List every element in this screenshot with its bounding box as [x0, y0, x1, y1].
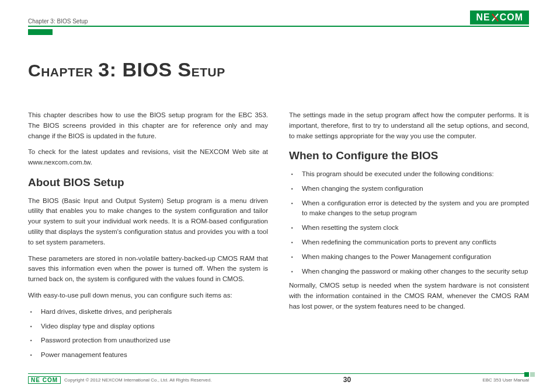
footer: NE COM Copyright © 2012 NEXCOM Internati…: [28, 373, 529, 384]
logo-text-right: COM: [500, 12, 523, 23]
header-chapter-label: Chapter 3: BIOS Setup: [28, 18, 88, 24]
list-item: When redefining the communication ports …: [297, 237, 529, 248]
footer-row: NE COM Copyright © 2012 NEXCOM Internati…: [28, 373, 529, 384]
left-column: This chapter describes how to use the BI…: [28, 110, 268, 365]
right-intro-para: The settings made in the setup program a…: [289, 110, 529, 141]
list-item: When making changes to the Power Managem…: [297, 252, 529, 262]
intro-para-2: To check for the latest updates and revi…: [28, 147, 268, 168]
list-item: Hard drives, diskette drives, and periph…: [36, 307, 268, 317]
logo-x-icon: [491, 13, 499, 22]
logo-text-left: NE: [476, 12, 490, 23]
when-closing-para: Normally, CMOS setup is needed when the …: [289, 281, 529, 312]
footer-page-number: 30: [343, 376, 351, 384]
page: Chapter 3: BIOS Setup NE COM Chapter 3: …: [0, 0, 557, 392]
list-item: This program should be executed under th…: [297, 169, 529, 180]
chapter-title: Chapter 3: BIOS Setup: [28, 58, 529, 81]
about-para-3: With easy-to-use pull down menus, you ca…: [28, 290, 268, 301]
footer-copyright: Copyright © 2012 NEXCOM International Co…: [64, 377, 212, 383]
list-item: When changing the system configuration: [297, 184, 529, 194]
footer-logo: NE COM: [28, 376, 61, 384]
footer-manual-name: EBC 353 User Manual: [482, 377, 529, 383]
page-end-marker-icon: [530, 372, 535, 377]
header: Chapter 3: BIOS Setup NE COM: [28, 10, 529, 27]
about-para-1: The BIOS (Basic Input and Output System)…: [28, 196, 268, 248]
content-columns: This chapter describes how to use the BI…: [28, 110, 529, 365]
list-item: When a configuration error is detected b…: [297, 198, 529, 219]
heading-when-configure: When to Configure the BIOS: [289, 147, 529, 164]
right-column: The settings made in the setup program a…: [289, 110, 529, 365]
list-item: When changing the password or making oth…: [297, 267, 529, 277]
list-item: Password protection from unauthorized us…: [36, 335, 268, 346]
intro-para-1: This chapter describes how to use the BI…: [28, 110, 268, 141]
when-list: This program should be executed under th…: [289, 169, 529, 277]
list-item: Power management features: [36, 350, 268, 360]
config-items-list: Hard drives, diskette drives, and periph…: [28, 307, 268, 360]
list-item: Video display type and display options: [36, 321, 268, 332]
brand-logo: NE COM: [470, 10, 529, 24]
header-accent-bar: [28, 29, 53, 35]
heading-about-bios: About BIOS Setup: [28, 174, 268, 191]
about-para-2: These parameters are stored in non-volat…: [28, 254, 268, 285]
footer-left: NE COM Copyright © 2012 NEXCOM Internati…: [28, 376, 212, 384]
list-item: When resetting the system clock: [297, 223, 529, 233]
